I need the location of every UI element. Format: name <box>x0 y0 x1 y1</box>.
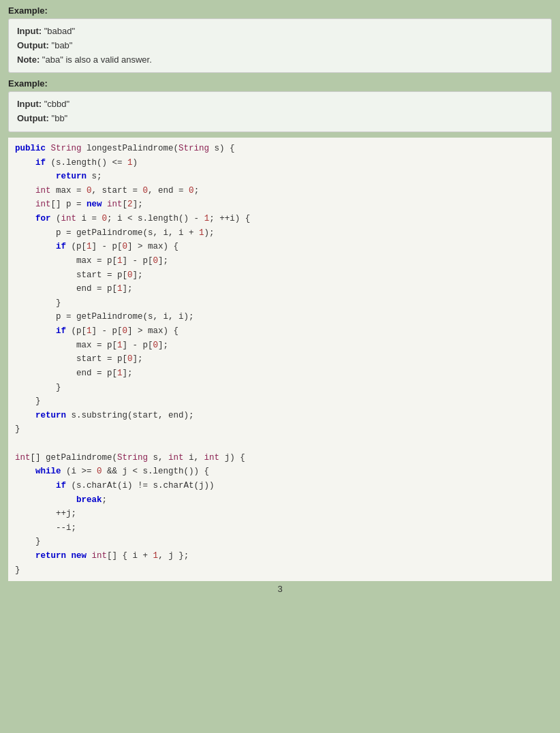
example1-input-line: Input: "babad" <box>17 25 543 39</box>
example2-box: Input: "cbbd" Output: "bb" <box>8 91 552 132</box>
example1-output-line: Output: "bab" <box>17 39 543 53</box>
page-container: Example: Input: "babad" Output: "bab" No… <box>0 0 560 733</box>
code-block: public String longestPalindrome(String s… <box>8 138 552 581</box>
example2-output-label: Output: <box>17 113 49 123</box>
example2-output-value: "bb" <box>52 113 68 123</box>
example2-input-line: Input: "cbbd" <box>17 97 543 112</box>
example1-input-label: Input: <box>17 26 42 36</box>
example2-output-line: Output: "bb" <box>17 112 543 126</box>
page-number: 3 <box>8 584 552 594</box>
example1-output-value: "bab" <box>52 40 73 50</box>
example1-note-value: "aba" is also a valid answer. <box>42 54 152 65</box>
example1-output-label: Output: <box>17 40 49 50</box>
example2-label: Example: <box>8 78 552 89</box>
example1-box: Input: "babad" Output: "bab" Note: "aba"… <box>8 18 552 73</box>
example1-input-value: "babad" <box>44 26 75 36</box>
example1-note-label: Note: <box>17 54 40 65</box>
example1-note-line: Note: "aba" is also a valid answer. <box>17 53 543 67</box>
empty-space <box>8 599 552 733</box>
example2-input-value: "cbbd" <box>44 99 69 109</box>
example1-label: Example: <box>8 5 552 16</box>
example2-input-label: Input: <box>17 99 42 109</box>
